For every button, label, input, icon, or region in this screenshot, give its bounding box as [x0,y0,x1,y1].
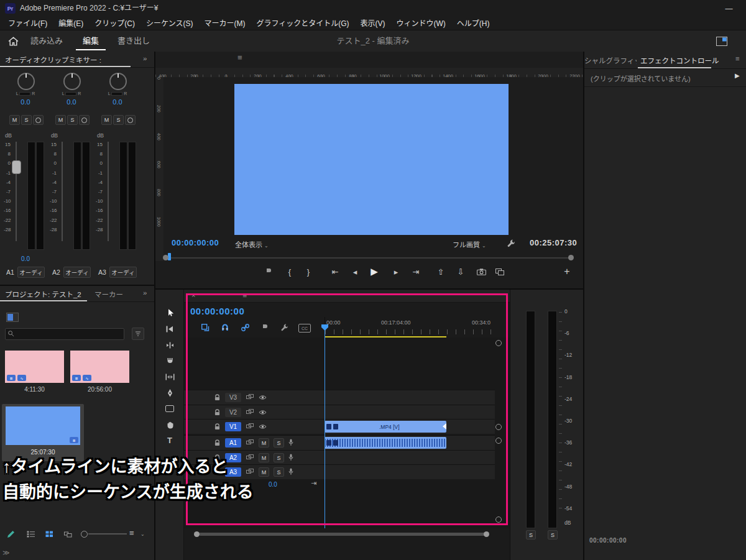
menu-item[interactable]: ヘルプ(H) [451,17,495,30]
track-name-button[interactable]: V3 [225,393,241,402]
mic-icon[interactable] [288,439,293,446]
master-gain-value[interactable]: 0.0 [269,481,277,488]
mute-button[interactable]: M [101,115,112,125]
type-tool[interactable]: T [155,433,184,447]
media-browser-icon[interactable] [6,312,19,322]
mute-button[interactable]: M [9,115,20,125]
sync-lock-icon[interactable] [246,439,254,446]
horizontal-scrollbar[interactable] [199,533,486,536]
minimize-button[interactable]: — [712,0,746,17]
lock-icon[interactable] [214,409,220,416]
write-keyframes-button[interactable] [33,115,44,125]
playhead-line[interactable] [325,329,325,528]
solo-button[interactable]: S [274,453,284,462]
snap-magnet-icon[interactable] [220,323,230,332]
list-view-icon[interactable] [25,529,36,539]
menu-item[interactable]: 編集(E) [53,17,89,30]
program-timecode[interactable]: 00:00:00:00 [172,238,219,247]
menu-item[interactable]: グラフィックとタイトル(G) [251,17,354,30]
slip-tool[interactable] [155,370,184,383]
panel-collapse-chevrons[interactable]: » [143,55,147,62]
tab-export[interactable]: 書き出し [112,30,155,52]
mic-icon[interactable] [288,468,293,475]
track-name-button[interactable]: オーディ [17,267,45,278]
menu-item[interactable]: ウィンドウ(W) [391,17,451,30]
hand-tool[interactable] [155,418,184,431]
timeline-settings-wrench-icon[interactable] [280,323,290,332]
insert-overwrite-nest-icon[interactable] [200,323,210,332]
razor-tool[interactable] [155,354,184,368]
mixer-tab[interactable]: オーディオクリップミキサー : [5,55,101,65]
lock-icon[interactable] [214,394,220,401]
project-tab[interactable]: プロジェクト: テスト_2 [5,289,81,299]
go-to-in-button[interactable]: ⇤ [328,264,343,279]
panel-menu-icon[interactable]: ≡ [242,291,247,300]
selected-clip-item[interactable]: ≣ 25:07:30 [2,404,84,461]
solo-right-button[interactable]: S [548,530,558,539]
lift-button[interactable]: ⇧ [433,264,448,279]
zoom-slider-track[interactable] [88,533,127,535]
go-to-out-button[interactable]: ⇥ [408,264,423,279]
lock-icon[interactable] [214,439,220,446]
vertical-scroll-handle[interactable] [495,340,502,346]
pan-knob[interactable] [109,73,127,90]
quality-select[interactable]: フル画質 ⌄ [453,239,486,249]
step-forward-button[interactable]: ▸ [389,264,403,279]
selection-tool[interactable] [155,306,184,319]
extract-button[interactable]: ⇩ [453,264,468,279]
menu-item[interactable]: クリップ(C) [89,17,140,30]
fader-handle[interactable] [12,160,21,174]
fader-track[interactable] [16,142,17,241]
sort-icon[interactable]: ≡ [129,528,134,538]
edit-pencil-icon[interactable] [5,529,16,539]
menu-item[interactable]: 表示(V) [355,17,391,30]
seek-zoom-handle-left[interactable] [163,255,168,260]
ripple-edit-tool[interactable] [155,338,184,352]
mute-button[interactable]: M [259,453,269,462]
mute-button[interactable]: M [55,115,66,125]
linked-selection-icon[interactable] [240,323,250,332]
solo-button[interactable]: S [113,115,124,125]
pen-tool[interactable] [155,386,184,400]
menu-item[interactable]: シーケンス(S) [140,17,198,30]
lock-icon[interactable] [214,423,220,430]
track-name-button[interactable]: オーディ [63,267,91,278]
solo-button[interactable]: S [67,115,78,125]
mark-out-button[interactable]: } [301,264,316,279]
timeline-timecode[interactable]: 00:00:00:00 [190,306,244,316]
track-height-handle[interactable] [495,438,502,444]
timeline-ruler[interactable]: 00:00 00:17:04:00 00:34:0 [325,317,498,336]
track-output-eye-icon[interactable] [259,410,267,415]
track-name-button[interactable]: オーディ [109,267,137,278]
clip-thumbnail[interactable]: ≣ ∿ [70,351,129,383]
add-marker-button[interactable] [261,264,276,279]
track-name-button[interactable]: V2 [225,408,241,417]
scrollbar-handle-right[interactable] [484,531,489,537]
essential-graphics-tab[interactable]: シャルグラフィックス [584,55,637,65]
pan-knob[interactable] [63,73,81,90]
clip-thumbnail[interactable]: ≣ [6,406,80,445]
track-output-eye-icon[interactable] [259,395,267,400]
freeform-view-icon[interactable] [62,529,73,539]
menu-item[interactable]: マーカー(M) [198,17,251,30]
fader-track[interactable] [62,142,63,241]
tab-import[interactable]: 読み込み [25,30,68,52]
menu-item[interactable]: ファイル(F) [2,17,53,30]
panel-menu-icon[interactable]: ≡ [237,53,242,62]
solo-button[interactable]: S [274,467,284,477]
clip-thumbnail[interactable]: ≣ ∿ [5,351,64,383]
home-icon[interactable] [5,34,21,48]
thumbnail-view-icon[interactable] [44,529,55,539]
video-clip[interactable]: .MP4 [V] [325,421,446,433]
keyframe-nav-icon[interactable]: ⇥ [311,479,316,487]
sync-lock-icon[interactable] [246,423,254,429]
search-input[interactable] [16,329,123,339]
rectangle-tool[interactable] [155,402,184,415]
add-marker-icon[interactable] [260,323,270,332]
track-select-forward-tool[interactable] [155,322,184,336]
mic-icon[interactable] [288,454,293,461]
export-frame-button[interactable] [474,264,489,279]
pan-knob[interactable] [17,73,35,90]
write-keyframes-button[interactable] [79,115,90,125]
mute-button[interactable]: M [259,467,269,477]
